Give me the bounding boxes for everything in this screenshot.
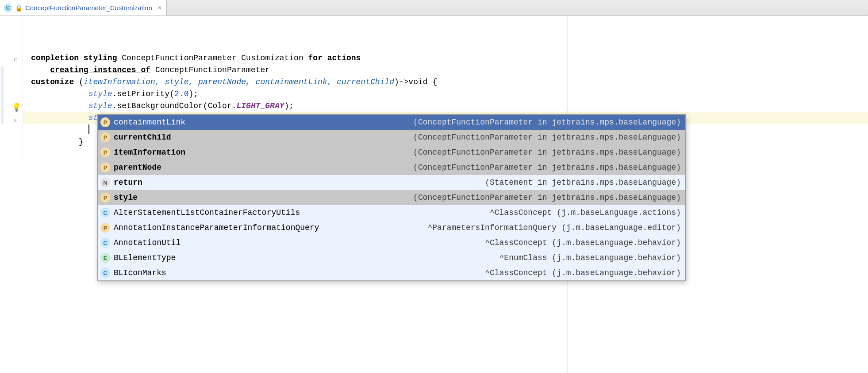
completion-name: currentChild — [114, 133, 171, 142]
completion-item[interactable]: PitemInformation(ConceptFunctionParamete… — [98, 145, 685, 160]
ret-type: ->void { — [399, 78, 437, 86]
editor-tab[interactable]: C 🔒 ConceptFunctionParameter_Customizati… — [0, 0, 167, 16]
completion-kind-icon: P — [100, 132, 110, 142]
completion-detail: (ConceptFunctionParameter in jetbrains.m… — [413, 118, 681, 127]
completion-detail: (ConceptFunctionParameter in jetbrains.m… — [413, 133, 681, 142]
l2-enum: LIGHT_GRAY — [237, 101, 284, 110]
close-brace: } — [79, 137, 84, 146]
kw-customize: customize — [31, 78, 74, 86]
target-concept: ConceptFunctionParameter — [155, 66, 270, 74]
l2-var: style — [88, 101, 112, 110]
completion-name: itemInformation — [114, 148, 185, 157]
close-icon[interactable]: ✕ — [157, 5, 162, 11]
l1-call: .setPriority( — [112, 89, 174, 98]
completion-popup[interactable]: PcontainmentLink(ConceptFunctionParamete… — [97, 114, 686, 160]
completion-item[interactable]: PcurrentChild(ConceptFunctionParameter i… — [98, 130, 685, 145]
completion-kind-icon: P — [100, 117, 110, 127]
text-caret — [88, 124, 89, 134]
l1-num: 2.0 — [174, 89, 188, 98]
l1-var: style — [88, 89, 112, 98]
params: itemInformation, style, parentNode, cont… — [84, 78, 394, 86]
kw-creating: creating instances of — [50, 66, 150, 74]
tab-title: ConceptFunctionParameter_Customization — [25, 4, 152, 12]
kw-completion: completion styling — [31, 54, 117, 62]
fold-open-icon[interactable]: ⊟ — [14, 57, 17, 63]
kw-for: for actions — [308, 54, 361, 62]
l1-end: ); — [188, 89, 198, 98]
intention-bulb-icon[interactable]: 💡 — [12, 102, 19, 110]
gutter: ⊟ 💡 ⊡ — [0, 16, 23, 160]
completion-kind-icon: P — [100, 148, 110, 157]
concept-name: ConceptFunctionParameter_Customization — [122, 54, 303, 62]
fold-close-icon[interactable]: ⊡ — [14, 117, 17, 124]
lock-icon: 🔒 — [15, 4, 23, 12]
concept-icon: C — [4, 4, 12, 12]
l2-call: .setBackgroundColor(Color. — [112, 101, 237, 110]
tab-bar: C 🔒 ConceptFunctionParameter_Customizati… — [0, 0, 868, 16]
completion-name: containmentLink — [114, 118, 185, 127]
completion-detail: (ConceptFunctionParameter in jetbrains.m… — [413, 148, 681, 157]
l2-end: ); — [284, 101, 294, 110]
completion-item[interactable]: PcontainmentLink(ConceptFunctionParamete… — [98, 115, 685, 130]
change-bar — [1, 66, 4, 124]
